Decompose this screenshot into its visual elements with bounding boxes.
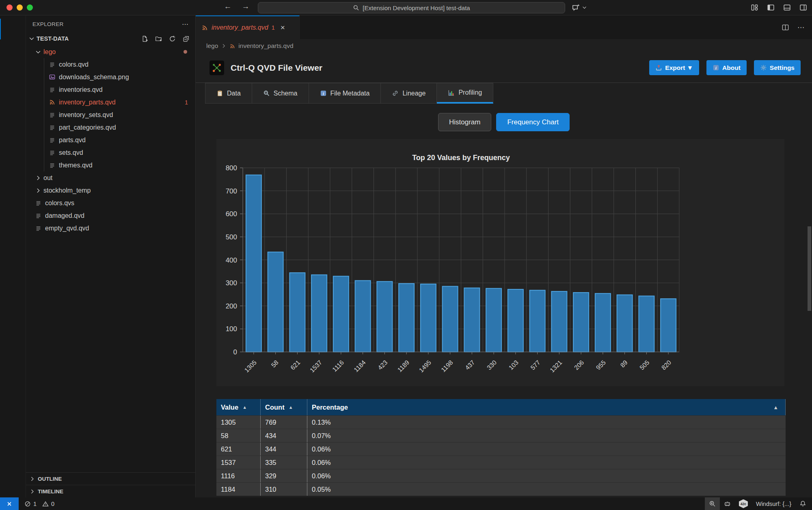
svg-text:i: i bbox=[715, 66, 717, 70]
activity-item-github[interactable] bbox=[0, 206, 26, 233]
tree-item-sets-qvd[interactable]: sets.qvd bbox=[26, 146, 195, 159]
table-collapse-icon[interactable]: ▲ bbox=[773, 404, 778, 410]
export-button[interactable]: Export ▼ bbox=[649, 60, 699, 75]
activity-item-settings[interactable] bbox=[0, 469, 26, 496]
tab-label: inventory_parts.qvd bbox=[212, 24, 268, 31]
activity-item-api[interactable] bbox=[0, 369, 26, 397]
minimize-window-button[interactable] bbox=[17, 4, 23, 11]
about-button[interactable]: i About bbox=[706, 60, 747, 75]
activity-item-notebook-ai[interactable] bbox=[0, 342, 26, 369]
activity-item-containers[interactable] bbox=[0, 315, 26, 342]
tree-item-label: stockholm_temp bbox=[43, 187, 91, 194]
editor-more-button[interactable]: ⋯ bbox=[797, 23, 805, 32]
tree-item-parts-qvd[interactable]: parts.qvd bbox=[26, 134, 195, 146]
tree-item-colors-qvs[interactable]: colors.qvs bbox=[26, 197, 195, 209]
settings-button[interactable]: Settings bbox=[754, 60, 801, 75]
editor-scrollbar[interactable] bbox=[808, 226, 811, 311]
tree-item-label: inventory_parts.qvd bbox=[59, 99, 116, 106]
refresh-explorer-button[interactable] bbox=[169, 35, 176, 42]
toggle-panel-icon[interactable] bbox=[783, 4, 791, 11]
viewer-tab-profiling[interactable]: Profiling bbox=[437, 83, 493, 104]
frequency-chart-toggle-button[interactable]: Frequency Chart bbox=[496, 113, 570, 131]
chevron-down-icon bbox=[28, 35, 35, 42]
chevron-down-icon bbox=[35, 49, 41, 55]
viewer-tab-lineage[interactable]: Lineage bbox=[381, 83, 437, 104]
activity-item-references[interactable] bbox=[0, 233, 26, 260]
activity-item-windsurf[interactable] bbox=[0, 179, 26, 206]
tree-item-part-categories-qvd[interactable]: part_categories.qvd bbox=[26, 121, 195, 134]
bar-58 bbox=[268, 252, 283, 352]
tree-item-label: colors.qvd bbox=[59, 61, 89, 68]
toggle-secondary-sidebar-icon[interactable] bbox=[799, 4, 807, 11]
zoom-status-item[interactable] bbox=[705, 497, 720, 510]
tree-item-empty-qvd-qvd[interactable]: empty_qvd.qvd bbox=[26, 222, 195, 234]
tree-item-out[interactable]: out bbox=[26, 171, 195, 184]
tree-item-inventories-qvd[interactable]: inventories.qvd bbox=[26, 83, 195, 96]
remote-indicator[interactable] bbox=[0, 497, 19, 510]
column-header-percentage[interactable]: Percentage bbox=[307, 399, 786, 415]
sidebar-more-button[interactable]: ⋯ bbox=[182, 20, 189, 28]
copilot-status-item[interactable] bbox=[720, 497, 735, 510]
tree-item-damaged-qvd[interactable]: damaged.qvd bbox=[26, 209, 195, 222]
outline-section[interactable]: OUTLINE bbox=[26, 472, 195, 485]
command-center[interactable]: [Extension Development Host] test-data bbox=[258, 2, 565, 13]
window-title: [Extension Development Host] test-data bbox=[363, 4, 470, 11]
viewer-tab-data[interactable]: Data bbox=[205, 83, 252, 104]
copilot-menu[interactable] bbox=[572, 3, 587, 12]
tab-inventory-parts[interactable]: inventory_parts.qvd 1 × bbox=[196, 15, 300, 39]
windsurf-status-item[interactable]: Windsurf: {...} bbox=[752, 497, 795, 510]
close-tab-button[interactable]: × bbox=[281, 23, 285, 32]
svg-text:100: 100 bbox=[226, 325, 237, 333]
activity-item-remote-explorer[interactable] bbox=[0, 97, 26, 124]
tree-item-colors-qvd[interactable]: colors.qvd bbox=[26, 58, 195, 71]
table-cell: 0.07% bbox=[307, 429, 786, 442]
customize-layout-icon[interactable] bbox=[751, 4, 758, 11]
tree-item-lego[interactable]: lego bbox=[26, 46, 195, 58]
close-window-button[interactable] bbox=[6, 4, 13, 11]
problems-status[interactable]: 1 0 bbox=[24, 501, 58, 507]
activity-item-extensions[interactable] bbox=[0, 260, 26, 288]
workspace-section[interactable]: TEST-DATA bbox=[26, 33, 195, 45]
activity-item-search[interactable] bbox=[0, 43, 26, 70]
bar-1198 bbox=[443, 286, 458, 352]
list-file-icon bbox=[49, 137, 56, 143]
maximize-window-button[interactable] bbox=[27, 4, 33, 11]
toggle-sidebar-icon[interactable] bbox=[767, 4, 775, 11]
breadcrumb-folder[interactable]: lego bbox=[206, 42, 218, 50]
histogram-toggle-button[interactable]: Histogram bbox=[438, 113, 491, 131]
svg-text:103: 103 bbox=[508, 359, 520, 371]
windsurf-icon bbox=[7, 187, 19, 198]
column-header-value[interactable]: Value▲ bbox=[216, 399, 261, 415]
table-cell: 335 bbox=[261, 456, 307, 469]
notifications-status-item[interactable] bbox=[795, 497, 812, 510]
tree-item-downloads-schema-png[interactable]: downloads_schema.png bbox=[26, 71, 195, 83]
clipboard-icon bbox=[216, 90, 223, 97]
chat-sparkle-icon bbox=[7, 132, 19, 144]
tree-item-inventory-parts-qvd[interactable]: inventory_parts.qvd1 bbox=[26, 96, 195, 109]
files-icon bbox=[7, 23, 19, 35]
tree-item-inventory-sets-qvd[interactable]: inventory_sets.qvd bbox=[26, 109, 195, 121]
viewer-tab-schema[interactable]: Schema bbox=[252, 83, 309, 104]
forward-button[interactable]: → bbox=[240, 2, 251, 11]
table-cell: 329 bbox=[261, 469, 307, 482]
activity-item-chat[interactable] bbox=[0, 124, 26, 152]
timeline-section[interactable]: TIMELINE bbox=[26, 485, 195, 497]
back-button[interactable]: ← bbox=[222, 2, 233, 11]
hex-badge-status-item[interactable]: 42c bbox=[735, 497, 752, 510]
new-file-button[interactable] bbox=[141, 35, 148, 42]
split-editor-icon[interactable] bbox=[782, 24, 789, 31]
tree-item-stockholm-temp[interactable]: stockholm_temp bbox=[26, 184, 195, 197]
tree-item-label: damaged.qvd bbox=[45, 212, 84, 219]
activity-item-pause[interactable] bbox=[0, 288, 26, 315]
breadcrumb-file[interactable]: inventory_parts.qvd bbox=[238, 42, 293, 50]
tree-item-themes-qvd[interactable]: themes.qvd bbox=[26, 159, 195, 171]
activity-item-accounts[interactable] bbox=[0, 441, 26, 469]
activity-item-explorer[interactable] bbox=[0, 15, 26, 43]
activity-item-run-debug[interactable] bbox=[0, 70, 26, 97]
link-icon bbox=[392, 90, 399, 97]
collapse-folders-button[interactable] bbox=[183, 35, 190, 42]
activity-item-testing[interactable] bbox=[0, 152, 26, 179]
new-folder-button[interactable] bbox=[155, 35, 162, 42]
column-header-count[interactable]: Count▲ bbox=[261, 399, 307, 415]
viewer-tab-file-metadata[interactable]: iFile Metadata bbox=[309, 83, 381, 104]
